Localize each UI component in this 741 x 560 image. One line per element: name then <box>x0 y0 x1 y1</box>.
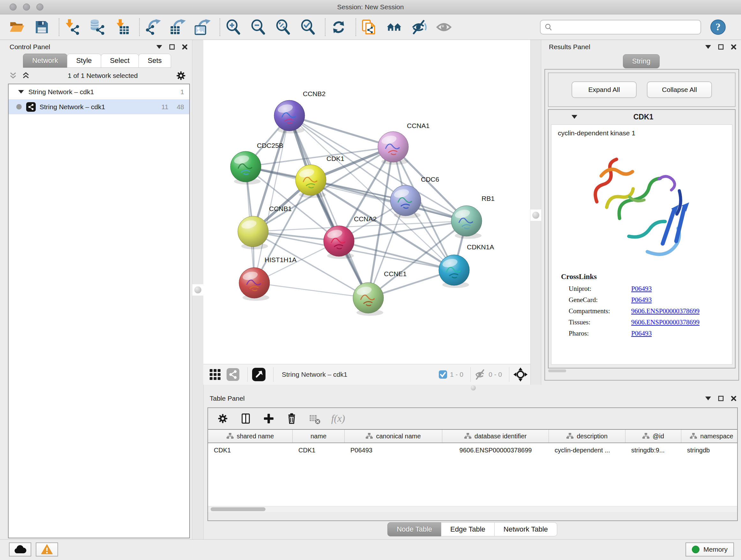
column-header-namespace[interactable]: namespace <box>681 430 737 442</box>
table-row[interactable]: CDK1 CDK1 P06493 9606.ENSP00000378699 cy… <box>208 443 737 457</box>
expand-all-button[interactable]: Expand All <box>571 81 636 98</box>
import-table-button[interactable] <box>114 18 131 36</box>
apply-layout-button[interactable] <box>330 18 347 36</box>
tab-string[interactable]: String <box>623 54 660 68</box>
panel-collapse-icon[interactable] <box>156 45 162 49</box>
cell-name[interactable]: CDK1 <box>293 443 345 457</box>
panel-close-icon[interactable] <box>182 44 188 50</box>
hide-selected-button[interactable] <box>410 18 428 36</box>
right-splitter-handle[interactable] <box>530 209 542 221</box>
right-splitter[interactable] <box>530 40 541 385</box>
column-header-canonical-name[interactable]: canonical name <box>345 430 442 442</box>
panel-float-icon[interactable] <box>169 44 175 50</box>
minimize-window-button[interactable] <box>23 3 30 10</box>
tab-node-table[interactable]: Node Table <box>387 522 441 537</box>
collapse-all-button[interactable]: Collapse All <box>647 81 712 98</box>
node-label-CDC6[interactable]: CDC6 <box>421 176 439 183</box>
table-panel-splitter[interactable] <box>203 385 741 392</box>
node-label-HIST1H1A[interactable]: HIST1H1A <box>265 256 296 263</box>
export-image-button[interactable] <box>194 18 211 36</box>
tree-expand-icon[interactable] <box>18 90 24 94</box>
left-splitter[interactable] <box>192 40 204 540</box>
open-session-button[interactable] <box>8 18 25 36</box>
show-columns-button[interactable] <box>239 412 252 425</box>
tab-edge-table[interactable]: Edge Table <box>441 522 495 537</box>
zoom-out-button[interactable] <box>250 18 267 36</box>
network-canvas[interactable]: CCNB2CCNA1CDC25BCDK1CDC6RB1CCNB1CCNA2CDK… <box>203 40 532 364</box>
import-network-file-button[interactable] <box>64 18 81 36</box>
node-label-CCNB2[interactable]: CCNB2 <box>303 90 326 98</box>
node-label-RB1[interactable]: RB1 <box>482 195 495 202</box>
close-window-button[interactable] <box>10 3 17 10</box>
node-label-CCNB1[interactable]: CCNB1 <box>269 205 292 212</box>
warnings-button[interactable] <box>36 543 58 557</box>
expand-all-icon[interactable] <box>22 71 30 80</box>
tab-network-table[interactable]: Network Table <box>494 522 557 537</box>
save-session-button[interactable] <box>33 18 51 36</box>
detach-view-button[interactable] <box>252 367 266 382</box>
panel-collapse-icon[interactable] <box>705 45 711 49</box>
gene-collapse-icon[interactable] <box>571 115 577 119</box>
cloud-status-button[interactable] <box>9 543 31 557</box>
column-header-shared-name[interactable]: shared name <box>208 430 293 442</box>
crosslink-link[interactable]: P06493 <box>631 285 652 293</box>
node-label-CCNA1[interactable]: CCNA1 <box>407 122 429 129</box>
tab-network[interactable]: Network <box>23 54 67 68</box>
collapse-all-icon[interactable] <box>9 71 17 80</box>
cell-description[interactable]: cyclin-dependent ... <box>549 443 625 457</box>
crosslink-link[interactable]: 9606.ENSP00000378699 <box>631 318 699 326</box>
tab-select[interactable]: Select <box>101 54 139 68</box>
help-button[interactable]: ? <box>710 18 727 36</box>
crosslink-link[interactable]: 9606.ENSP00000378699 <box>631 307 699 315</box>
search-input[interactable] <box>553 20 697 34</box>
table-splitter-handle[interactable] <box>471 385 476 390</box>
import-network-database-button[interactable] <box>89 18 106 36</box>
node-label-CDKN1A[interactable]: CDKN1A <box>467 243 494 251</box>
table-hscrollbar-thumb[interactable] <box>211 507 266 511</box>
grid-view-button[interactable] <box>208 367 222 382</box>
add-column-button[interactable] <box>262 412 275 425</box>
zoom-selected-button[interactable] <box>299 18 317 36</box>
gear-icon[interactable] <box>176 70 186 81</box>
network-graph[interactable]: CCNB2CCNA1CDC25BCDK1CDC6RB1CCNB1CCNA2CDK… <box>203 40 532 364</box>
table-hscrollbar[interactable] <box>208 506 737 512</box>
string-protein-query-button[interactable] <box>360 18 378 36</box>
column-header-name[interactable]: name <box>293 430 345 442</box>
birdseye-view-button[interactable] <box>513 367 528 382</box>
panel-float-icon[interactable] <box>718 44 724 50</box>
network-row[interactable]: String Network – cdk1 11 48 <box>9 99 189 114</box>
cell-namespace[interactable]: stringdb <box>681 443 737 457</box>
results-scrollbar-thumb[interactable] <box>548 369 566 372</box>
node-label-CCNA2[interactable]: CCNA2 <box>354 215 377 223</box>
zoom-in-button[interactable] <box>225 18 242 36</box>
export-table-button[interactable] <box>169 18 186 36</box>
panel-float-icon[interactable] <box>718 395 724 401</box>
cell-database-identifier[interactable]: 9606.ENSP00000378699 <box>442 443 549 457</box>
hidden-eye-slash-icon[interactable] <box>475 369 486 380</box>
delete-table-button[interactable] <box>308 412 321 425</box>
cell-canonical-name[interactable]: P06493 <box>345 443 442 457</box>
network-view-button[interactable] <box>226 367 240 382</box>
memory-button[interactable]: Memory <box>685 543 734 557</box>
show-all-button[interactable] <box>435 18 453 36</box>
node-label-CDC25B[interactable]: CDC25B <box>257 142 283 149</box>
cell-shared-name[interactable]: CDK1 <box>208 443 293 457</box>
column-header-id[interactable]: @id <box>625 430 681 442</box>
delete-column-button[interactable] <box>285 412 298 425</box>
home-networks-button[interactable] <box>386 18 403 36</box>
zoom-window-button[interactable] <box>37 3 44 10</box>
tab-sets[interactable]: Sets <box>138 54 171 68</box>
tab-style[interactable]: Style <box>67 54 101 68</box>
node-label-CDK1[interactable]: CDK1 <box>327 155 344 162</box>
selected-checkbox-icon[interactable] <box>439 370 448 379</box>
left-splitter-handle[interactable] <box>192 284 204 296</box>
column-header-database-identifier[interactable]: database identifier <box>442 430 549 442</box>
node-label-CCNE1[interactable]: CCNE1 <box>384 270 407 277</box>
table-settings-button[interactable] <box>216 412 229 425</box>
crosslink-link[interactable]: P06493 <box>631 329 652 337</box>
panel-close-icon[interactable] <box>731 44 737 50</box>
panel-collapse-icon[interactable] <box>705 396 711 400</box>
export-network-button[interactable] <box>144 18 161 36</box>
column-header-description[interactable]: description <box>549 430 625 442</box>
function-builder-button[interactable]: f(x) <box>331 412 345 425</box>
